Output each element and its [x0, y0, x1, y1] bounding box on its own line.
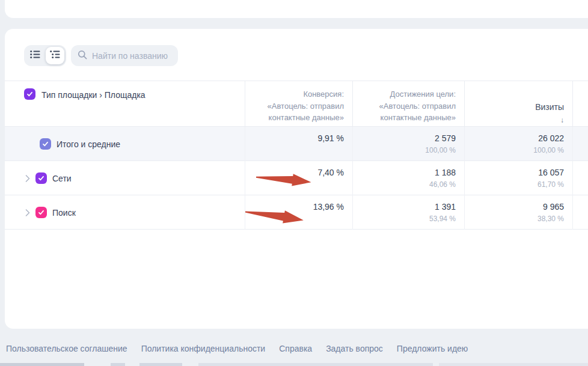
goal-share: 53,94 % — [353, 215, 456, 223]
goal-count: 1 188 — [353, 168, 456, 177]
search-box — [71, 45, 178, 66]
bottom-edge-artifact — [439, 363, 588, 366]
bottom-edge-artifact — [139, 363, 182, 366]
conversion-cell: 7,40 % — [245, 161, 352, 195]
footer-link-ask-question[interactable]: Задать вопрос — [326, 344, 383, 353]
goal-count: 2 579 — [353, 133, 456, 143]
footer-links: Пользовательское соглашение Политика кон… — [6, 344, 468, 353]
conversion-value: 13,96 % — [245, 202, 344, 212]
row-name-cell: Сети — [5, 161, 245, 195]
table-row-search: Поиск 13,96 % 1 391 53,94 % 9 965 38,30 … — [5, 195, 588, 230]
visits-share: 38,30 % — [465, 215, 564, 223]
visits-cell: 9 965 38,30 % — [464, 195, 572, 230]
flat-list-icon — [30, 50, 40, 61]
footer-link-privacy-policy[interactable]: Политика конфиденциальности — [141, 344, 266, 353]
sort-desc-icon: ↓ — [560, 116, 564, 124]
conversion-value: 9,91 % — [245, 133, 344, 143]
row-checkbox-search[interactable] — [35, 207, 47, 218]
bottom-edge-artifact — [198, 363, 433, 366]
row-name-cell: Поиск — [5, 195, 245, 230]
conversion-cell: 9,91 % — [245, 127, 352, 161]
extra-cell — [572, 127, 588, 161]
row-label: Сети — [52, 174, 72, 183]
goal-share: 100,00 % — [353, 146, 456, 154]
top-panel-edge — [5, 0, 588, 18]
dimension-checkbox[interactable] — [24, 88, 35, 100]
visits-cell: 26 022 100,00 % — [464, 127, 572, 161]
report-table: Тип площадки › Площадка Конверсия: «Авто… — [5, 81, 588, 230]
dimension-header-cell: Тип площадки › Площадка — [5, 81, 245, 126]
column-header-goal[interactable]: Достижения цели: «Автоцель: отправил кон… — [352, 81, 464, 126]
view-mode-toggle — [24, 45, 66, 66]
conversion-value: 7,40 % — [245, 168, 344, 177]
extra-cell — [572, 161, 588, 195]
report-card: Тип площадки › Площадка Конверсия: «Авто… — [5, 29, 588, 329]
goal-count: 1 391 — [353, 202, 456, 212]
goal-cell: 2 579 100,00 % — [352, 127, 464, 161]
column-header-conversion[interactable]: Конверсия: «Автоцель: отправил контактны… — [245, 81, 352, 126]
bottom-edge-artifact — [111, 363, 125, 366]
visits-share: 100,00 % — [465, 146, 564, 154]
column-header-visits[interactable]: Визиты ↓ — [464, 81, 572, 126]
goal-cell: 1 391 53,94 % — [352, 195, 464, 230]
table-header-row: Тип площадки › Площадка Конверсия: «Авто… — [5, 81, 588, 127]
expand-chevron-icon[interactable] — [25, 175, 30, 182]
row-checkbox-networks[interactable] — [35, 172, 47, 184]
row-checkbox-total[interactable] — [40, 138, 51, 150]
goal-share: 46,06 % — [353, 180, 456, 189]
dimension-header-label[interactable]: Тип площадки › Площадка — [41, 89, 145, 102]
visits-header-label: Визиты — [535, 102, 564, 112]
visits-value: 16 057 — [465, 168, 564, 177]
search-input[interactable] — [92, 51, 170, 61]
visits-value: 26 022 — [465, 133, 564, 143]
list-view-button[interactable] — [26, 47, 44, 64]
row-label: Поиск — [52, 208, 76, 218]
visits-value: 9 965 — [465, 202, 564, 212]
tree-view-button[interactable] — [46, 47, 64, 64]
footer-link-suggest-idea[interactable]: Предложить идею — [397, 344, 468, 353]
visits-cell: 16 057 61,70 % — [464, 161, 572, 195]
row-name-cell: Итого и средние — [5, 127, 245, 161]
visits-share: 61,70 % — [465, 180, 564, 189]
tree-list-icon — [50, 50, 60, 61]
row-label: Итого и средние — [57, 139, 120, 149]
conversion-cell: 13,96 % — [245, 195, 352, 230]
goal-cell: 1 188 46,06 % — [352, 161, 464, 195]
search-icon — [78, 50, 87, 62]
expand-chevron-icon[interactable] — [25, 209, 30, 216]
bottom-edge-artifact — [0, 363, 84, 366]
extra-cell — [572, 195, 588, 230]
footer-link-help[interactable]: Справка — [279, 344, 312, 353]
table-row-networks: Сети 7,40 % 1 188 46,06 % 16 057 61,70 % — [5, 161, 588, 195]
footer-link-user-agreement[interactable]: Пользовательское соглашение — [6, 344, 127, 353]
table-row-total: Итого и средние 9,91 % 2 579 100,00 % 26… — [5, 127, 588, 161]
column-header-extra — [572, 81, 588, 126]
